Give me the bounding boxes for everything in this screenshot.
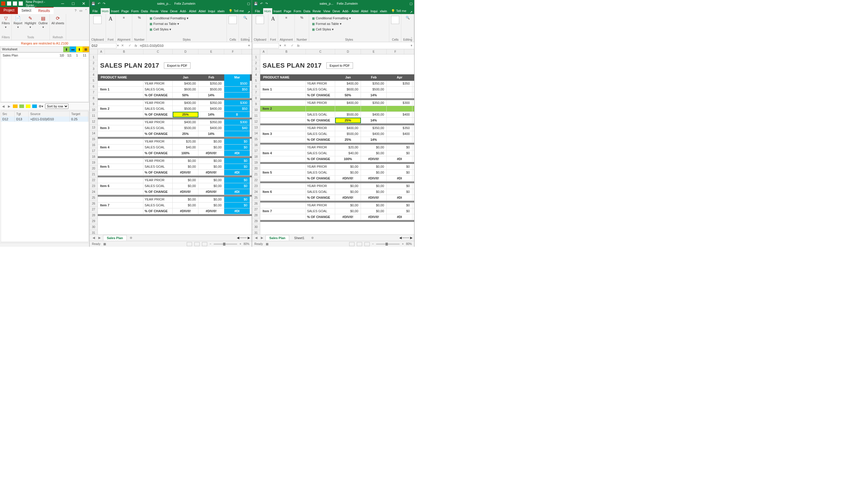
zoom-slider[interactable] <box>214 244 237 245</box>
row-header[interactable]: 24 <box>252 189 260 195</box>
row-header[interactable]: 6 <box>252 84 260 90</box>
ribbon-tab[interactable]: Page <box>120 8 130 14</box>
align-icon[interactable]: ≡ <box>285 16 287 19</box>
name-box[interactable] <box>90 43 116 48</box>
collapse-ribbon[interactable]: ˄ <box>248 37 250 41</box>
row-header[interactable]: 4 <box>252 72 260 78</box>
col-header[interactable]: D <box>335 49 361 54</box>
add-sheet[interactable]: ⊕ <box>309 236 316 240</box>
percent-icon[interactable]: % <box>300 16 303 19</box>
nav-icon[interactable] <box>32 105 37 108</box>
row-header[interactable]: 29 <box>252 218 260 224</box>
row-header[interactable]: 8 <box>252 95 260 101</box>
ws-col-icon[interactable]: ▦ <box>83 47 89 52</box>
col-header[interactable]: F <box>387 49 404 54</box>
nav-icon[interactable] <box>19 105 24 108</box>
filters-button[interactable]: ▽Filters▾ <box>2 15 10 29</box>
title-icon[interactable] <box>13 1 17 5</box>
gear-icon[interactable]: ⚙▾ <box>39 105 43 108</box>
row-header[interactable]: 2 <box>252 60 260 66</box>
diff-table[interactable]: Src Tgt Source Target D12 D13 ≈(D11-D10)… <box>1 111 89 242</box>
tab-nav-next[interactable]: ▶ <box>97 236 102 240</box>
ws-col-icon[interactable]: ▮ <box>63 47 70 52</box>
tab-project[interactable]: Project <box>0 7 18 14</box>
export-pdf-button[interactable]: Export to PDF <box>326 62 353 69</box>
export-pdf-button[interactable]: Export to PDF <box>164 62 191 69</box>
row-header[interactable]: 25 <box>252 195 260 201</box>
ribbon-tab[interactable]: Hom <box>101 8 110 14</box>
cancel-formula[interactable]: ✕ <box>119 43 126 48</box>
row-header[interactable]: 3 <box>90 66 97 72</box>
row-header[interactable]: 28 <box>90 213 97 218</box>
align-icon[interactable]: ≡ <box>123 16 125 19</box>
window-controls[interactable]: ▢ <box>247 2 250 5</box>
ribbon-tab[interactable]: Add- <box>179 8 188 14</box>
fx-icon[interactable]: fx <box>133 44 139 48</box>
hscroll[interactable]: ◀ ─── ▶ <box>237 236 250 240</box>
ribbon-tab[interactable]: xlwin <box>216 8 226 14</box>
cells-icon[interactable] <box>391 16 399 24</box>
row-header[interactable]: 25 <box>90 195 97 201</box>
view-break[interactable] <box>202 242 207 246</box>
hscroll[interactable]: ◀ ─── ▶ <box>399 236 413 240</box>
sheet-tab[interactable]: Sheet1 <box>290 235 308 241</box>
tell-me[interactable]: 💡 Tell me <box>389 8 408 14</box>
editing-icon[interactable]: 🔍 <box>406 16 410 20</box>
ribbon-tab[interactable]: Inqui <box>370 8 379 14</box>
maximize-button[interactable]: □ <box>69 1 77 6</box>
tab-results[interactable]: Results <box>35 7 54 14</box>
row-header[interactable]: 21 <box>252 172 260 177</box>
row-header[interactable]: 27 <box>90 206 97 213</box>
row-header[interactable]: 20 <box>252 166 260 172</box>
row-header[interactable]: 19 <box>252 160 260 166</box>
row-header[interactable]: 16 <box>252 142 260 148</box>
ribbon-tab[interactable]: Ablel <box>197 8 207 14</box>
tell-me[interactable]: 💡 Tell me <box>227 8 246 14</box>
row-header[interactable]: 23 <box>90 183 97 189</box>
add-sheet[interactable]: ⊕ <box>128 236 134 240</box>
tab-nav-prev[interactable]: ◀ <box>254 236 258 240</box>
nav-next[interactable]: ▶ <box>7 105 11 108</box>
col-header[interactable]: C <box>143 49 173 54</box>
cell-styles[interactable]: Cell Styles ▾ <box>148 27 173 32</box>
row-header[interactable]: 10 <box>252 107 260 113</box>
row-header[interactable]: 12 <box>252 119 260 125</box>
ribbon-tab[interactable]: Form <box>130 8 140 14</box>
ribbon-tab[interactable]: Page <box>283 8 292 14</box>
row-header[interactable]: 8 <box>90 95 97 101</box>
formula-input[interactable]: =(D11-D10)/D10 <box>139 43 247 48</box>
tab-nav-prev[interactable]: ◀ <box>91 236 96 240</box>
row-header[interactable]: 6 <box>90 84 97 90</box>
zoom-slider[interactable] <box>376 244 399 245</box>
share-icon[interactable]: ↗ <box>246 10 252 14</box>
col-header[interactable]: E <box>198 49 224 54</box>
worksheet-row[interactable]: Sales Plan 1|0 1|1 1 11 <box>1 53 88 58</box>
col-header[interactable]: B <box>267 49 306 54</box>
row-header[interactable]: 13 <box>90 125 97 130</box>
zoom-level[interactable]: 80% <box>406 242 412 246</box>
row-header[interactable]: 2 <box>90 60 97 66</box>
ribbon-tab[interactable]: Add- <box>341 8 351 14</box>
row-header[interactable]: 5 <box>90 78 97 84</box>
row-header[interactable]: 9 <box>90 101 97 107</box>
ws-col-icon[interactable]: ▬ <box>70 47 76 52</box>
percent-icon[interactable]: % <box>138 16 141 19</box>
macro-icon[interactable]: ▦ <box>103 242 106 246</box>
row-header[interactable]: 26 <box>252 201 260 206</box>
row-header[interactable]: 13 <box>252 125 260 130</box>
row-header[interactable]: 29 <box>90 218 97 224</box>
cancel-formula[interactable]: ✕ <box>281 43 289 48</box>
title-icon[interactable] <box>19 1 23 5</box>
row-header[interactable]: 14 <box>252 130 260 137</box>
font-icon[interactable]: A <box>109 16 112 22</box>
ribbon-tab[interactable]: Data <box>302 8 311 14</box>
row-header[interactable]: 22 <box>252 177 260 183</box>
macro-icon[interactable]: ▦ <box>266 242 268 246</box>
conditional-formatting[interactable]: Conditional Formatting ▾ <box>148 16 190 21</box>
row-header[interactable]: 30 <box>90 224 97 230</box>
row-header[interactable]: 15 <box>252 137 260 142</box>
ribbon-tab[interactable]: Insert <box>110 8 120 14</box>
ribbon-tab[interactable]: Hom <box>263 8 272 14</box>
row-header[interactable]: 18 <box>252 154 260 160</box>
spreadsheet-grid[interactable]: 1234567891011121314151617181920212223242… <box>90 49 252 234</box>
